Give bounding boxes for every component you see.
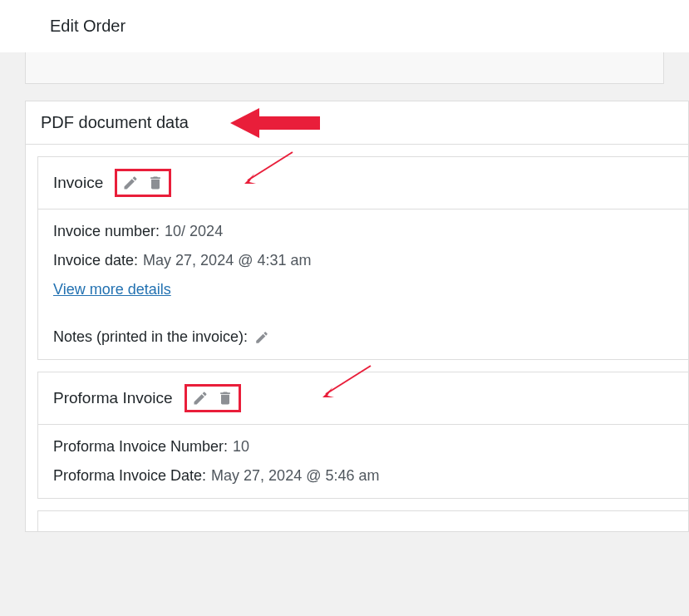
proforma-card-header: Proforma Invoice (38, 372, 688, 425)
view-more-link[interactable]: View more details (53, 281, 171, 298)
edit-notes-button[interactable] (254, 330, 269, 345)
invoice-number-label: Invoice number: (53, 223, 160, 240)
packing-slip-card (37, 510, 688, 531)
arrow-big-annotation (230, 106, 322, 140)
svg-line-1 (326, 366, 371, 394)
packing-slip-card-header (38, 511, 688, 531)
trash-icon (147, 175, 164, 191)
invoice-notes-row: Notes (printed in the invoice): (53, 328, 673, 346)
delete-proforma-button[interactable] (217, 390, 234, 407)
invoice-date-value: May 27, 2024 @ 4:31 am (143, 252, 311, 269)
proforma-title: Proforma Invoice (53, 389, 173, 407)
invoice-card-header: Invoice (38, 157, 688, 209)
invoice-notes-label: Notes (printed in the invoice): (53, 328, 248, 346)
proforma-number-value: 10 (233, 438, 249, 456)
arrow-thin-annotation (319, 362, 377, 401)
invoice-card: Invoice Invoice number: 10/ 2024 (37, 156, 688, 360)
invoice-title: Invoice (53, 174, 103, 192)
proforma-date-value: May 27, 2024 @ 5:46 am (211, 467, 379, 485)
section-title: PDF document data (41, 113, 189, 132)
invoice-card-body: Invoice number: 10/ 2024 Invoice date: M… (38, 209, 688, 359)
section-header: PDF document data (26, 101, 688, 145)
invoice-number-value: 10/ 2024 (165, 223, 223, 240)
invoice-date-row: Invoice date: May 27, 2024 @ 4:31 am (53, 252, 673, 269)
page-title: Edit Order (0, 0, 689, 52)
proforma-date-label: Proforma Invoice Date: (53, 467, 206, 485)
previous-section-bottom (25, 52, 664, 84)
delete-invoice-button[interactable] (147, 175, 164, 191)
edit-invoice-button[interactable] (122, 175, 139, 191)
pencil-icon (254, 330, 269, 345)
edit-proforma-button[interactable] (192, 390, 209, 407)
svg-line-0 (248, 152, 293, 180)
proforma-card: Proforma Invoice Proforma Invoice Number… (37, 372, 688, 499)
proforma-number-label: Proforma Invoice Number: (53, 438, 228, 456)
pencil-icon (122, 175, 139, 191)
pencil-icon (192, 390, 209, 407)
arrow-thin-annotation (241, 149, 299, 187)
pdf-document-section: PDF document data Invoice (25, 101, 689, 532)
highlight-box-annotation (185, 384, 241, 412)
proforma-date-row: Proforma Invoice Date: May 27, 2024 @ 5:… (53, 467, 673, 485)
invoice-number-row: Invoice number: 10/ 2024 (53, 223, 673, 240)
invoice-date-label: Invoice date: (53, 252, 138, 269)
proforma-number-row: Proforma Invoice Number: 10 (53, 438, 673, 456)
highlight-box-annotation (115, 169, 171, 197)
trash-icon (217, 390, 234, 407)
proforma-card-body: Proforma Invoice Number: 10 Proforma Inv… (38, 425, 688, 498)
